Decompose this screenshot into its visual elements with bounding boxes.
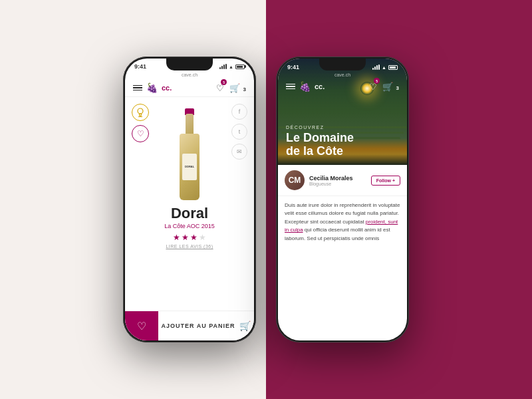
phone-2-screen: 9:41 ▲ cave.ch [278, 59, 407, 340]
author-info: Cecilia Morales Blogueuse [309, 175, 366, 186]
status-bar-2: 9:41 ▲ [278, 59, 407, 72]
add-to-cart-label: AJOUTER AU PANIER [161, 323, 235, 329]
star-4-empty: ★ [199, 233, 206, 242]
hero-title: Le Domaine de la Côte [286, 131, 354, 158]
time-2: 9:41 [287, 64, 299, 70]
hamburger-1[interactable] [133, 85, 142, 91]
twitter-share-button[interactable]: t [231, 124, 247, 140]
signal-2 [372, 65, 380, 70]
status-icons-2: ▲ [372, 65, 398, 70]
cart-icon-1: 🛒 [229, 83, 240, 93]
wishlist-badge-1: 5 [221, 79, 227, 85]
bottle-label: DORAL [182, 154, 197, 180]
wishlist-icon-wrap-2[interactable]: ♡ 5 [369, 80, 377, 92]
wine-bottle: DORAL [177, 104, 202, 200]
cart-icon-footer: 🛒 [239, 321, 251, 331]
signal-1 [219, 64, 227, 69]
cart-icon-wrap-1[interactable]: 🛒 3 [229, 82, 246, 94]
hero-title-line2: de la Côte [286, 144, 343, 158]
email-share-button[interactable]: ✉ [231, 144, 247, 160]
highlighted-text: proident, sunt in culpa [285, 219, 398, 233]
hero-text: DÉCOUVREZ Le Domaine de la Côte [286, 125, 354, 158]
phones-container: 9:41 ▲ cave.ch 🍇 cc. [0, 0, 532, 399]
wine-subtitle: La Côte AOC 2015 [133, 223, 246, 229]
author-card: CM Cecilia Morales Blogueuse Follow + [278, 165, 407, 196]
follow-button[interactable]: Follow + [371, 176, 400, 186]
time-1: 9:41 [134, 63, 146, 70]
star-1: ★ [173, 233, 180, 242]
author-role: Blogueuse [309, 182, 366, 186]
article-text: Duis aute irure dolor in reprehenderit i… [278, 196, 407, 248]
logo-text-1: cc. [162, 84, 172, 92]
wishlist-icon-wrap-1[interactable]: ♡ 5 [216, 82, 224, 94]
cart-icon-wrap-2[interactable]: 🛒 3 [382, 80, 399, 92]
battery-1 [235, 65, 245, 69]
phone-2: 9:41 ▲ cave.ch [276, 57, 409, 342]
hero-title-line1: Le Domaine [286, 131, 354, 144]
phone-1: 9:41 ▲ cave.ch 🍇 cc. [123, 57, 256, 342]
reviews-link[interactable]: LIRE LES AVIS (36) [133, 244, 246, 249]
wishlist-badge-2: 5 [374, 78, 380, 84]
wine-name: Doral [133, 205, 246, 221]
url-bar-1: cave.ch [125, 72, 254, 79]
nav-icons-1: ♡ 5 🛒 3 [216, 82, 246, 94]
star-2: ★ [182, 233, 189, 242]
stars-row: ★ ★ ★ ★ [133, 233, 246, 242]
follow-label: Follow [376, 178, 391, 183]
phone1-footer: ♡ AJOUTER AU PANIER 🛒 [125, 311, 254, 340]
wifi-icon-2: ▲ [382, 65, 386, 70]
cart-count-1: 3 [243, 86, 246, 92]
hero-discover-label: DÉCOUVREZ [286, 125, 354, 130]
svg-point-0 [138, 108, 143, 114]
url-bar-2: cave.ch [278, 72, 407, 79]
author-avatar: CM [285, 170, 305, 190]
bottle-body: DORAL [180, 134, 200, 200]
star-3: ★ [190, 233, 198, 242]
footer-heart-button[interactable]: ♡ [125, 311, 158, 340]
notch-1 [166, 59, 213, 70]
cart-icon-2: 🛒 [382, 82, 393, 92]
nav-bar-1: 🍇 cc. ♡ 5 🛒 3 [125, 79, 254, 97]
grape-icon-2: 🍇 [299, 81, 311, 92]
award-badges: ♡ [132, 104, 149, 142]
wifi-icon-1: ▲ [229, 65, 233, 69]
logo-text-2: cc. [315, 82, 325, 90]
hamburger-2[interactable] [286, 84, 295, 90]
facebook-share-button[interactable]: f [231, 104, 247, 120]
phone-1-screen: 9:41 ▲ cave.ch 🍇 cc. [125, 59, 254, 340]
cart-count-2: 3 [396, 85, 399, 91]
add-to-cart-button[interactable]: AJOUTER AU PANIER 🛒 [158, 321, 254, 331]
grape-icon-1: 🍇 [146, 82, 158, 93]
nav-bar-2: 🍇 cc. ♡ 5 🛒 3 [278, 79, 407, 94]
share-icons: f t ✉ [231, 104, 247, 160]
hero-image: 9:41 ▲ cave.ch [278, 59, 407, 165]
author-name: Cecilia Morales [309, 175, 366, 182]
wine-info: Doral La Côte AOC 2015 ★ ★ ★ ★ LIRE LES … [125, 200, 254, 251]
nav-icons-2: ♡ 5 🛒 3 [369, 80, 399, 92]
battery-2 [388, 65, 398, 70]
follow-plus-icon: + [392, 178, 395, 183]
author-initials: CM [289, 176, 301, 185]
award-icon [132, 104, 149, 121]
status-icons-1: ▲ [219, 64, 245, 69]
heart-badge[interactable]: ♡ [132, 125, 149, 142]
svg-rect-1 [140, 114, 142, 116]
